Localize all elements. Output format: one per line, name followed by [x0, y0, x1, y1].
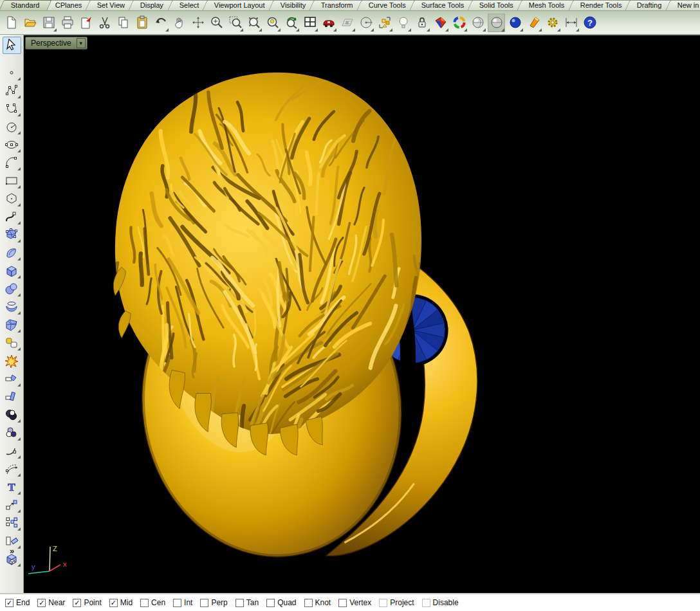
sidebar-button-box[interactable] [3, 262, 21, 279]
toolbar-tab-curve-tools[interactable]: Curve Tools [356, 0, 418, 10]
viewport-title-tab[interactable]: Perspective ▼ [25, 37, 88, 50]
checkbox[interactable]: ✓ [379, 599, 387, 607]
checkbox[interactable]: ✓ [266, 599, 275, 607]
sidebar-button-select-pointer[interactable] [3, 37, 21, 54]
toolbar-button-new-file[interactable] [3, 14, 20, 32]
checkbox[interactable]: ✓ [235, 599, 244, 607]
sidebar-button-sketch-curve[interactable] [3, 208, 21, 225]
sidebar-button-point[interactable] [3, 64, 21, 81]
toolbar-button-copy[interactable] [115, 14, 132, 32]
sidebar-button-offset[interactable] [3, 460, 21, 477]
toolbar-tab-mesh-tools[interactable]: Mesh Tools [517, 0, 577, 10]
toolbar-button-open-file[interactable] [21, 14, 39, 32]
sidebar-button-array[interactable] [3, 514, 21, 531]
osnap-toggle-disable[interactable]: ✓ Disable [422, 598, 459, 607]
checkbox[interactable]: ✓ [37, 599, 46, 607]
checkbox[interactable]: ✓ [200, 599, 208, 607]
toolbar-button-cplane[interactable] [357, 14, 374, 32]
checkbox[interactable]: ✓ [338, 599, 347, 607]
toolbar-button-save[interactable] [40, 14, 57, 32]
sidebar-button-explode[interactable] [3, 352, 21, 369]
toolbar-tab-render-tools[interactable]: Render Tools [568, 0, 634, 10]
toolbar-button-zoom-dynamic[interactable] [208, 14, 225, 32]
polygon-icon [5, 192, 19, 206]
sidebar-button-ellipse[interactable] [3, 136, 21, 153]
sidebar-button-join[interactable] [3, 334, 21, 351]
sidebar-button-arc[interactable] [3, 154, 21, 171]
sidebar-button-polygon[interactable] [3, 190, 21, 207]
osnap-toggle-knot[interactable]: ✓ Knot [304, 598, 331, 607]
more-tools-button[interactable]: » [3, 542, 21, 560]
toolbar-button-color-wheel[interactable] [450, 14, 468, 32]
osnap-toggle-near[interactable]: ✓ Near [37, 598, 65, 607]
sidebar-button-move[interactable] [3, 496, 21, 513]
toolbar-button-named-view[interactable] [338, 14, 356, 32]
osnap-toggle-end[interactable]: ✓ End [5, 598, 30, 607]
toolbar-button-render[interactable] [506, 14, 524, 32]
sidebar-button-fillet[interactable] [3, 442, 21, 459]
ring-model[interactable] [110, 73, 477, 574]
checkbox[interactable]: ✓ [422, 599, 430, 607]
checkbox[interactable]: ✓ [173, 599, 181, 607]
osnap-toggle-quad[interactable]: ✓ Quad [266, 598, 296, 607]
toolbar-button-render-preview[interactable] [320, 14, 337, 32]
sidebar-button-trim[interactable] [3, 370, 21, 387]
sidebar-button-surface-patch[interactable] [3, 244, 21, 261]
toolbar-button-lamp[interactable] [394, 14, 412, 32]
toolbar-button-dimension[interactable] [562, 14, 580, 32]
toolbar-button-options-gear[interactable] [544, 14, 561, 32]
toolbar-tab-viewport-layout[interactable]: Viewport Layout [203, 0, 277, 10]
checkbox[interactable]: ✓ [140, 599, 149, 607]
sidebar-button-curve-interpolate[interactable] [3, 100, 21, 117]
checkbox[interactable]: ✓ [304, 599, 313, 607]
osnap-toggle-cen[interactable]: ✓ Cen [140, 598, 165, 607]
toolbar-button-zoom-selected[interactable] [264, 14, 281, 32]
sidebar-button-rectangle[interactable] [3, 172, 21, 189]
osnap-toggle-point[interactable]: ✓ Point [73, 598, 101, 607]
sidebar-button-split[interactable] [3, 388, 21, 405]
toolbar-button-export-doc[interactable] [77, 14, 95, 32]
osnap-toggle-mid[interactable]: ✓ Mid [109, 598, 133, 607]
toolbar-button-paste[interactable] [133, 14, 151, 32]
checkbox[interactable]: ✓ [73, 599, 81, 607]
toolbar-tab-surface-tools[interactable]: Surface Tools [409, 0, 476, 10]
viewport-menu-dropdown[interactable]: ▼ [77, 38, 86, 48]
osnap-toggle-vertex[interactable]: ✓ Vertex [338, 598, 371, 607]
osnap-toggle-tan[interactable]: ✓ Tan [235, 598, 259, 607]
toolbar-tab-standard[interactable]: Standard [0, 0, 51, 10]
osnap-toggle-perp[interactable]: ✓ Perp [200, 598, 227, 607]
toolbar-button-rendered-viewport[interactable] [488, 14, 505, 32]
sidebar-button-cylinder[interactable] [3, 298, 21, 315]
toolbar-button-spotlight[interactable] [525, 14, 542, 32]
toolbar-button-zoom-window[interactable] [226, 14, 244, 32]
toolbar-button-four-viewports[interactable] [301, 14, 318, 32]
checkbox[interactable]: ✓ [109, 599, 118, 607]
toolbar-tab-new-in-v5[interactable]: New in V5 [665, 0, 700, 10]
sidebar-button-srf-control-points[interactable] [3, 226, 21, 243]
sidebar-button-polyline[interactable] [3, 82, 21, 99]
sidebar-button-boolean-union[interactable] [3, 406, 21, 423]
sidebar-button-boolean-difference[interactable] [3, 424, 21, 441]
toolbar-button-cut[interactable] [96, 14, 113, 32]
ring-model-canvas[interactable] [24, 35, 700, 593]
sidebar-button-mesh-surface[interactable] [3, 316, 21, 333]
toolbar-button-print[interactable] [59, 14, 76, 32]
osnap-toggle-project[interactable]: ✓ Project [379, 598, 414, 607]
toolbar-button-render-mesh[interactable] [432, 14, 449, 32]
sidebar-button-text[interactable]: T [3, 478, 21, 495]
toolbar-button-rotate-view[interactable] [189, 14, 207, 32]
toolbar-button-undo[interactable] [152, 14, 169, 32]
perspective-viewport[interactable]: Perspective ▼ [24, 35, 700, 593]
toolbar-button-help[interactable]: ? [581, 14, 598, 32]
toolbar-button-undo-view[interactable] [282, 14, 300, 32]
toolbar-button-zoom-extents[interactable] [245, 14, 262, 32]
toolbar-button-lock[interactable] [413, 14, 430, 32]
sidebar-button-circle[interactable] [3, 118, 21, 135]
toolbar-button-pan-view[interactable] [170, 14, 188, 32]
sidebar-button-sphere[interactable] [3, 280, 21, 297]
toolbar-button-shaded-viewport[interactable] [469, 14, 486, 32]
osnap-toggle-int[interactable]: ✓ Int [173, 598, 192, 607]
toolbar-button-osnap-settings[interactable] [376, 14, 393, 32]
checkbox[interactable]: ✓ [5, 599, 14, 607]
named-view-icon [340, 15, 355, 30]
